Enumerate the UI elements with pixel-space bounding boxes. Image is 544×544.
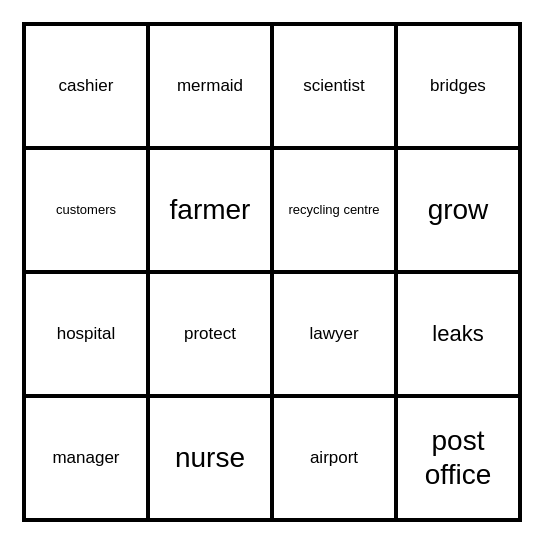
bingo-cell-r2c3[interactable]: leaks: [396, 272, 520, 396]
cell-label-r0c3: bridges: [430, 76, 486, 96]
bingo-cell-r0c1[interactable]: mermaid: [148, 24, 272, 148]
cell-label-r3c2: airport: [310, 448, 358, 468]
cell-label-r3c1: nurse: [175, 441, 245, 475]
bingo-cell-r1c0[interactable]: customers: [24, 148, 148, 272]
bingo-cell-r2c2[interactable]: lawyer: [272, 272, 396, 396]
cell-label-r0c1: mermaid: [177, 76, 243, 96]
cell-label-r1c0: customers: [56, 202, 116, 218]
cell-label-r1c2: recycling centre: [288, 202, 379, 218]
bingo-cell-r2c1[interactable]: protect: [148, 272, 272, 396]
bingo-cell-r0c2[interactable]: scientist: [272, 24, 396, 148]
cell-label-r3c0: manager: [52, 448, 119, 468]
bingo-cell-r2c0[interactable]: hospital: [24, 272, 148, 396]
cell-label-r2c3: leaks: [432, 321, 483, 347]
bingo-grid: cashiermermaidscientistbridgescustomersf…: [22, 22, 522, 522]
bingo-cell-r3c0[interactable]: manager: [24, 396, 148, 520]
cell-label-r0c2: scientist: [303, 76, 364, 96]
cell-label-r2c2: lawyer: [309, 324, 358, 344]
cell-label-r0c0: cashier: [59, 76, 114, 96]
bingo-cell-r1c3[interactable]: grow: [396, 148, 520, 272]
bingo-cell-r0c3[interactable]: bridges: [396, 24, 520, 148]
bingo-cell-r3c1[interactable]: nurse: [148, 396, 272, 520]
cell-label-r2c0: hospital: [57, 324, 116, 344]
cell-label-r3c3: post office: [402, 424, 514, 491]
bingo-cell-r0c0[interactable]: cashier: [24, 24, 148, 148]
bingo-cell-r1c1[interactable]: farmer: [148, 148, 272, 272]
cell-label-r1c3: grow: [428, 193, 489, 227]
bingo-cell-r1c2[interactable]: recycling centre: [272, 148, 396, 272]
bingo-cell-r3c2[interactable]: airport: [272, 396, 396, 520]
bingo-cell-r3c3[interactable]: post office: [396, 396, 520, 520]
cell-label-r1c1: farmer: [170, 193, 251, 227]
cell-label-r2c1: protect: [184, 324, 236, 344]
